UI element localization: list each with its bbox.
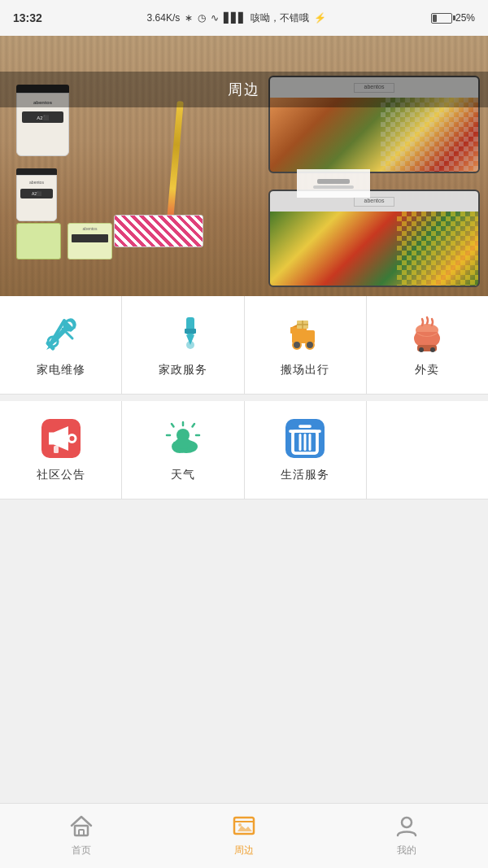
status-time: 13:32 [13, 11, 42, 24]
grid-cell-takeout[interactable]: 外卖 [367, 296, 488, 394]
small-cup: abentos A2⬛ [16, 168, 57, 221]
status-center: 3.64K/s ∗ ◷ ∿ ▋▋▋ 咳呦，不错哦 ⚡ [147, 11, 327, 25]
svg-line-30 [172, 424, 174, 427]
takeout-icon [406, 312, 448, 355]
weather-icon [162, 417, 204, 460]
svg-point-14 [306, 341, 314, 349]
tab-item-nearby[interactable]: 周边 [163, 804, 325, 868]
bluetooth-icon: ∗ [185, 12, 193, 24]
grid-cell-repair[interactable]: 家电维修 [0, 296, 122, 394]
banner-section: 周边 abentos A2⬛ abentos [0, 36, 488, 296]
tab-bar: 首页 周边 我的 [0, 803, 488, 868]
grid-cell-community[interactable]: 社区公告 [0, 401, 122, 499]
status-bar: 13:32 3.64K/s ∗ ◷ ∿ ▋▋▋ 咳呦，不错哦 ⚡ 25% [0, 0, 488, 36]
battery-icon [431, 13, 452, 24]
small-boxes: abentos [16, 223, 112, 260]
empty-space [0, 499, 488, 695]
grid-cell-weather[interactable]: 天气 [122, 401, 244, 499]
grid-row-1: 家电维修 家政服务 [0, 296, 488, 395]
tab-home-label: 首页 [72, 844, 91, 857]
bottom-container: abentos [268, 190, 480, 287]
svg-point-45 [402, 818, 412, 827]
takeout-label: 外卖 [415, 363, 439, 377]
cleaning-label: 家政服务 [159, 363, 207, 377]
life-label: 生活服务 [281, 468, 329, 482]
grid-cell-cleaning[interactable]: 家政服务 [122, 296, 244, 394]
repair-icon [40, 312, 82, 355]
alarm-icon: ◷ [198, 12, 206, 24]
header-title: 周边 [228, 80, 260, 99]
white-band [297, 169, 370, 198]
svg-rect-23 [54, 446, 59, 453]
carrier-name: 咳呦，不错哦 [251, 11, 309, 25]
weather-label: 天气 [171, 468, 195, 482]
network-speed: 3.64K/s [147, 12, 181, 24]
life-icon [284, 417, 326, 460]
svg-point-44 [238, 823, 242, 827]
svg-rect-8 [185, 329, 196, 334]
signal-icon: ▋▋▋ [224, 12, 246, 24]
svg-point-22 [430, 347, 435, 352]
svg-point-34 [175, 438, 191, 449]
tab-item-mine[interactable]: 我的 [325, 804, 488, 868]
grid-cell-empty [367, 401, 488, 499]
moving-label: 搬场出行 [281, 363, 329, 377]
grid-cell-life[interactable]: 生活服务 [245, 401, 367, 499]
tab-nearby-label: 周边 [234, 844, 254, 857]
charging-icon: ⚡ [314, 12, 326, 24]
svg-line-27 [192, 424, 194, 427]
moving-icon [284, 312, 326, 355]
nearby-icon [232, 814, 256, 840]
service-grid: 家电维修 家政服务 [0, 296, 488, 499]
grid-cell-moving[interactable]: 搬场出行 [245, 296, 367, 394]
home-icon [69, 814, 94, 840]
svg-point-9 [186, 341, 194, 349]
status-right: 25% [431, 12, 475, 24]
tab-mine-label: 我的 [397, 844, 416, 857]
community-label: 社区公告 [37, 468, 85, 482]
grid-separator [0, 395, 488, 401]
tab-item-home[interactable]: 首页 [0, 804, 163, 868]
community-icon [40, 417, 82, 460]
battery-percent: 25% [455, 12, 475, 24]
cleaning-icon [162, 312, 204, 355]
svg-point-13 [293, 341, 301, 349]
package-item [114, 215, 203, 247]
wifi-icon: ∿ [211, 12, 219, 24]
repair-label: 家电维修 [37, 363, 85, 377]
svg-point-24 [68, 435, 76, 443]
grid-row-2: 社区公告 [0, 401, 488, 499]
page-header: 周边 [0, 72, 488, 107]
svg-point-21 [419, 347, 424, 352]
mine-icon [394, 814, 419, 840]
